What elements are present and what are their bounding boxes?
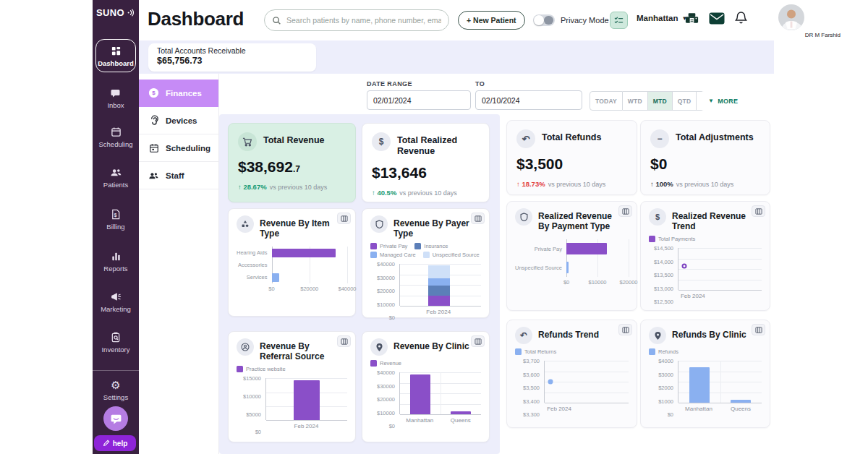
y-tick-label: $2000	[658, 385, 673, 391]
kpi-total-revenue: Total Revenue $38,692.7 ↑ 28.67%vs previ…	[228, 123, 356, 202]
date-to-input[interactable]	[482, 96, 579, 105]
chart-title: Refunds By Clinic	[672, 327, 746, 340]
sidebar-item-patients[interactable]: Patients	[93, 166, 139, 189]
table-view-icon[interactable]	[752, 205, 765, 217]
bar-chart-icon	[110, 250, 122, 262]
subnav-item-scheduling[interactable]: Scheduling	[139, 134, 218, 162]
sidebar-item-inbox[interactable]: Inbox	[93, 87, 139, 109]
new-patient-button[interactable]: + New Patient	[458, 11, 525, 30]
y-axis: $14,500$14,000$13,500$13,000$12,500	[649, 248, 678, 301]
y-tick-label: $30000	[377, 382, 395, 389]
sidebar-item-inventory[interactable]: Inventory	[93, 331, 139, 354]
sidebar-item-marketing[interactable]: Marketing	[93, 291, 139, 313]
category-label: Unspecified Source	[515, 258, 566, 277]
legend-label: Insurance	[424, 243, 448, 249]
stack-segment	[428, 296, 450, 306]
legend-swatch	[370, 252, 377, 258]
category-label: Private Pay	[515, 239, 566, 258]
sound-wave-icon	[126, 8, 135, 17]
dollar-icon: $	[649, 208, 666, 226]
sidebar-divider	[93, 370, 139, 371]
chart-title: Revenue By Clinic	[393, 338, 469, 351]
preset-wtd[interactable]: WTD	[623, 91, 648, 111]
pencil-icon	[103, 440, 110, 447]
refunds-trend-chart: Total Returns$3,700$3,600$3,500$3,400$3,…	[515, 348, 629, 421]
x-tick-label: Queens	[451, 417, 471, 424]
sidebar-item-dashboard[interactable]: Dashboard	[95, 39, 136, 72]
user-avatar[interactable]	[778, 4, 804, 30]
chart-title: Realized Revenue Trend	[672, 208, 750, 231]
gridline	[678, 259, 762, 260]
chart-title: Refunds Trend	[538, 327, 599, 340]
kpi-total-refunds: ↶ Total Refunds $3,500 ↑ 18.73%vs previo…	[506, 120, 637, 195]
preset-mtd[interactable]: MTD	[648, 91, 673, 111]
table-view-icon[interactable]	[618, 205, 632, 217]
more-button[interactable]: ▼ MORE	[701, 91, 745, 111]
table-view-icon[interactable]	[618, 324, 632, 335]
legend-item: Practice website	[237, 366, 286, 372]
gridline	[545, 361, 629, 361]
table-view-icon[interactable]	[337, 213, 351, 224]
chart-legend: Private PayInsuranceManaged CareUnspecif…	[370, 243, 481, 258]
sidebar-item-reports[interactable]: Reports	[93, 250, 139, 273]
x-axis: Feb 2024	[399, 308, 481, 317]
legend-item: Managed Care	[370, 252, 416, 258]
bell-icon[interactable]	[735, 11, 747, 25]
preset-today[interactable]: TODAY	[590, 91, 623, 111]
bar-row	[272, 259, 347, 271]
x-tick-label: Feb 2024	[426, 309, 451, 315]
search-input[interactable]	[286, 16, 441, 25]
sidebar-item-label: Marketing	[101, 305, 131, 313]
legend-item: Revenue	[370, 360, 401, 367]
sidebar-item-label: Patients	[103, 181, 128, 189]
x-tick-label: Feb 2024	[681, 293, 705, 299]
x-axis: Feb 2024	[544, 405, 629, 414]
chart-card-revenue-by-payer-type: Revenue By Payer Type Private PayInsuran…	[362, 208, 490, 318]
location-label: Manhattan	[637, 14, 678, 22]
gridline	[545, 382, 629, 382]
hbar-chart: Hearing AidsAccessoriesServices$0$20000$…	[237, 247, 347, 294]
chart-title: Realized Revenue By Payment Type	[538, 208, 617, 231]
revenue-by-payer-type-chart: Private PayInsuranceManaged CareUnspecif…	[370, 242, 481, 317]
vbar-chart: $40000$30000$20000$10000$0ManhattanQueen…	[370, 372, 481, 426]
gridline	[678, 290, 762, 291]
chat-widget-button[interactable]	[103, 406, 128, 431]
location-selector[interactable]: Manhattan ▼	[637, 14, 687, 22]
sidebar-item-billing[interactable]: $ Billing	[93, 208, 139, 231]
date-from-input[interactable]	[373, 96, 471, 105]
secondary-nav: $ Finances Devices Scheduling Staff	[139, 74, 219, 454]
mail-icon[interactable]	[709, 12, 725, 25]
subnav-item-devices[interactable]: Devices	[139, 107, 218, 134]
privacy-toggle[interactable]	[533, 14, 555, 26]
chart-legend: Refunds	[649, 348, 762, 355]
tasks-button[interactable]	[610, 12, 628, 29]
refunds-by-clinic-chart: Refunds$4000$3000$2000$1000$0ManhattanQu…	[649, 348, 762, 421]
table-view-icon[interactable]	[337, 335, 351, 347]
bar-row	[566, 258, 629, 277]
preset-qtd[interactable]: QTD	[673, 91, 697, 111]
table-view-icon[interactable]	[471, 335, 485, 347]
legend-swatch	[649, 348, 655, 355]
subnav-label: Devices	[166, 116, 197, 125]
sidebar-item-scheduling[interactable]: Scheduling	[93, 126, 139, 148]
y-tick-label: $10000	[377, 409, 395, 416]
y-tick-label: $3,400	[523, 398, 540, 404]
privacy-mode-control: Privacy Mode	[533, 14, 609, 26]
y-tick-label: $3,300	[523, 411, 540, 418]
gridline	[266, 378, 347, 379]
data-point	[682, 264, 687, 269]
subnav-item-finances[interactable]: $ Finances	[139, 80, 218, 107]
fax-icon[interactable]	[684, 12, 699, 26]
y-axis: $3,700$3,600$3,500$3,400$3,300	[515, 361, 544, 414]
calendar-icon	[110, 126, 122, 138]
y-tick-label: $12,500	[654, 299, 673, 305]
table-view-icon[interactable]	[471, 213, 485, 224]
x-axis: Feb 2024	[678, 292, 762, 301]
help-button[interactable]: help	[94, 435, 136, 451]
subnav-item-staff[interactable]: Staff	[139, 162, 218, 189]
primary-sidebar: SUNO Dashboard Inbox Scheduling P	[93, 0, 139, 454]
y-tick-label: $4000	[658, 358, 673, 364]
sidebar-item-settings[interactable]: ⚙ Settings	[93, 379, 139, 401]
table-view-icon[interactable]	[752, 324, 765, 335]
bar	[410, 374, 430, 414]
